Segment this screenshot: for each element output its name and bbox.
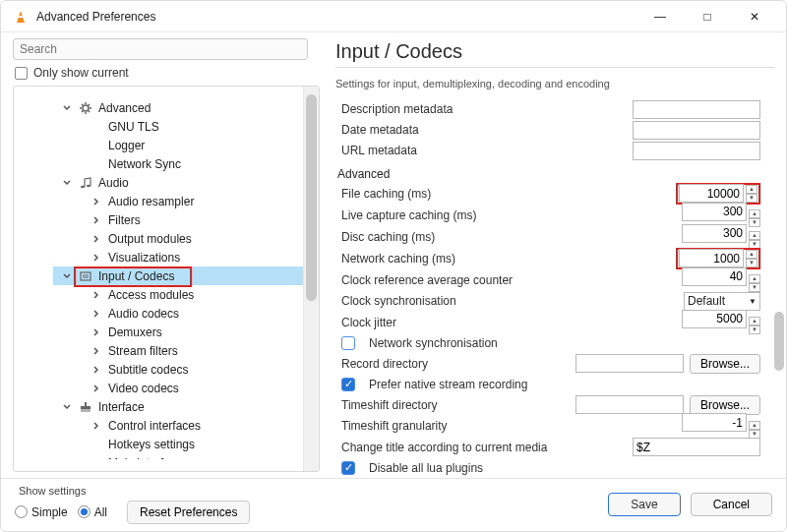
chevron-right-icon[interactable] [91,196,102,207]
tree-item-demuxers[interactable]: Demuxers [53,323,317,341]
spinner[interactable]: ▲▼ [746,184,757,203]
page-title: Input / Codecs [335,40,774,68]
tree-item-label: Input / Codecs [98,269,174,283]
tree-item-audio-resampler[interactable]: Audio resampler [53,192,317,210]
disc_caching-input[interactable] [682,224,747,243]
record_dir-input[interactable] [575,354,684,373]
net_sync-checkbox[interactable] [341,336,355,350]
timeshift_dir-input[interactable] [575,395,684,414]
chevron-down-icon[interactable] [61,177,73,189]
tree-item-input-codecs[interactable]: Input / Codecs [53,266,317,285]
chevron-right-icon[interactable] [91,457,102,460]
disable_lua-checkbox[interactable]: ✓ [341,461,355,475]
footer-right: Save Cancel [608,493,772,516]
tree-item-label: Demuxers [108,325,162,339]
tree-item-advanced[interactable]: Advanced [53,98,317,117]
form-row-timeshift_gran: Timeshift granularity▲▼ [335,415,760,437]
tree-item-logger[interactable]: Logger [53,136,317,154]
tree-item-filters[interactable]: Filters [53,210,317,229]
settings-tree[interactable]: AdvancedGNU TLSLoggerNetwork SyncAudioAu… [14,98,319,459]
timeshift_gran-input[interactable] [682,413,747,432]
tree-item-main-interfaces[interactable]: Main interfaces [53,453,317,459]
form-scrollbar[interactable] [772,105,786,478]
page-subtitle: Settings for input, demultiplexing, deco… [335,78,774,89]
tree-item-gnu-tls[interactable]: GNU TLS [53,117,317,136]
chevron-right-icon[interactable] [91,326,102,338]
search-input[interactable] [13,38,308,60]
tree-item-interface[interactable]: Interface [53,397,317,416]
form-row-timeshift_dir: Timeshift directoryBrowse... [335,394,760,415]
meta-1-input[interactable] [633,121,760,140]
live_capture-input[interactable] [682,203,747,221]
net_caching-input[interactable] [679,249,744,267]
chevron-right-icon[interactable] [91,214,102,226]
chevron-right-icon[interactable] [91,420,102,432]
tree-item-stream-filters[interactable]: Stream filters [53,341,317,360]
tree-item-subtitle-codecs[interactable]: Subtitle codecs [53,360,317,379]
file_caching-input[interactable] [679,184,744,203]
content-area: Only show current AdvancedGNU TLSLoggerN… [1,32,786,478]
right-panel: Input / Codecs Settings for input, demul… [326,32,786,478]
form-label: Disable all lua plugins [369,461,760,475]
radio-all[interactable]: All [78,505,107,519]
close-button[interactable]: ✕ [735,3,774,30]
radio-simple[interactable]: Simple [15,505,68,519]
cancel-button[interactable]: Cancel [691,493,772,516]
tree-item-visualizations[interactable]: Visualizations [53,248,317,266]
clock_jitter-input[interactable] [682,310,747,328]
tree-item-control-interfaces[interactable]: Control interfaces [53,416,317,435]
form-row-clock_jitter: Clock jitter▲▼ [335,312,760,333]
tree-item-label: Network Sync [108,157,181,171]
chevron-right-icon[interactable] [91,289,102,301]
maximize-button[interactable]: □ [688,3,727,30]
tree-item-label: Audio [98,176,129,190]
form-row-disc_caching: Disc caching (ms)▲▼ [335,226,760,248]
chevron-right-icon[interactable] [91,308,102,320]
prefer_native-checkbox[interactable]: ✓ [341,378,355,391]
spinner[interactable]: ▲▼ [746,249,757,267]
tree-item-output-modules[interactable]: Output modules [53,229,317,248]
only-show-current-option[interactable]: Only show current [15,66,320,80]
save-button[interactable]: Save [608,493,680,516]
tree-item-video-codecs[interactable]: Video codecs [53,379,317,397]
brush-icon [79,400,92,414]
tree-item-network-sync[interactable]: Network Sync [53,154,317,173]
clock_sync-select[interactable]: Default▼ [684,292,760,311]
chevron-right-icon[interactable] [91,364,102,376]
show-settings-label: Show settings [19,485,250,497]
chevron-right-icon[interactable] [91,383,102,394]
form-scrollbar-thumb[interactable] [774,312,784,371]
tree-item-audio-codecs[interactable]: Audio codecs [53,304,317,323]
footer: Show settings Simple All Reset Preferenc… [1,478,786,531]
form-row-meta-0: Description metadata [335,99,760,120]
tree-item-access-modules[interactable]: Access modules [53,285,317,304]
chevron-down-icon[interactable] [61,102,73,114]
chevron-right-icon[interactable] [91,252,102,264]
window-title: Advanced Preferences [36,10,155,24]
form-row-clock_sync: Clock synchronisationDefault▼ [335,291,760,312]
meta-0-input[interactable] [633,100,760,119]
minimize-button[interactable]: — [640,3,680,30]
change_title-input[interactable] [633,438,760,456]
form-row-prefer_native: ✓Prefer native stream recording [335,374,760,394]
chevron-down-icon[interactable] [61,401,73,413]
timeshift_dir-browse-button[interactable]: Browse... [690,395,760,415]
tree-item-label: Audio resampler [108,195,194,208]
tree-item-hotkeys-settings[interactable]: Hotkeys settings [53,435,317,453]
record_dir-browse-button[interactable]: Browse... [690,354,760,374]
settings-form: Description metadataDate metadataURL met… [335,99,774,478]
tree-item-audio[interactable]: Audio [53,173,317,192]
tree-scrollbar-thumb[interactable] [306,94,317,301]
clock_avg-input[interactable] [682,267,747,286]
form-label: Description metadata [341,102,625,116]
only-show-current-checkbox[interactable] [15,67,28,80]
tree-item-label: Logger [108,139,145,152]
chevron-down-icon[interactable] [61,270,73,282]
chevron-right-icon[interactable] [91,233,102,245]
meta-2-input[interactable] [633,142,760,160]
form-label: URL metadata [341,144,625,157]
reset-preferences-button[interactable]: Reset Preferences [127,501,250,524]
tree-scrollbar[interactable] [303,87,319,471]
chevron-right-icon[interactable] [91,345,102,357]
tree-container: AdvancedGNU TLSLoggerNetwork SyncAudioAu… [13,86,320,472]
